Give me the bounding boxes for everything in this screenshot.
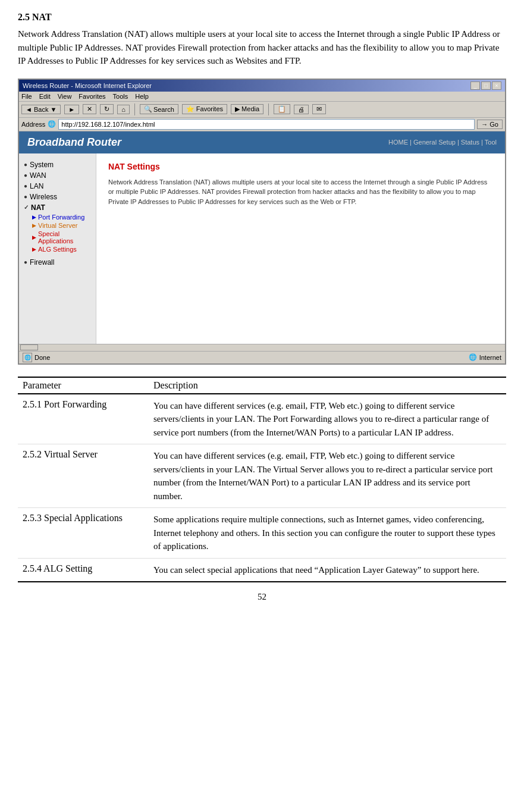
param-cell-0: 2.5.1 Port Forwarding: [18, 394, 149, 444]
browser-titlebar: Wireless Router - Microsoft Internet Exp…: [19, 80, 505, 92]
wireless-bullet: ●: [24, 193, 27, 200]
lan-bullet: ●: [24, 183, 27, 189]
sidebar-item-label-lan: LAN: [30, 182, 43, 190]
page-footer: 52: [18, 592, 506, 602]
sidebar-item-label-port-forwarding: Port Forwarding: [38, 214, 84, 221]
minimize-button[interactable]: _: [470, 81, 480, 90]
toolbar-separator1: [134, 104, 135, 115]
menu-help[interactable]: Help: [135, 93, 149, 100]
browser-window: Wireless Router - Microsoft Internet Exp…: [18, 79, 506, 365]
section-title: 2.5 NAT: [18, 12, 506, 23]
menu-tools[interactable]: Tools: [113, 93, 128, 100]
virtual-server-arrow-icon: ▶: [32, 222, 36, 228]
menu-view[interactable]: View: [58, 93, 72, 100]
router-title: Broadband Router: [27, 136, 121, 149]
address-input[interactable]: [58, 119, 475, 130]
history-button[interactable]: 📋: [274, 104, 290, 114]
sidebar-item-wireless[interactable]: ● Wireless: [19, 192, 96, 202]
param-cell-3: 2.5.4 ALG Setting: [18, 558, 149, 582]
intro-text: Network Address Translation (NAT) allows…: [18, 27, 506, 68]
sidebar-item-label-alg-settings: ALG Settings: [38, 246, 77, 253]
sidebar-item-lan[interactable]: ● LAN: [19, 181, 96, 192]
router-sidebar: ● System ● WAN ● LAN ● Wireless ✓ NAT: [19, 153, 96, 344]
back-button[interactable]: ◄ Back ▼: [21, 105, 61, 114]
table-row: 2.5.2 Virtual ServerYou can have differe…: [18, 444, 506, 508]
col1-header: Parameter: [18, 377, 149, 394]
go-label: Go: [490, 121, 498, 128]
sidebar-item-firewall[interactable]: ● Firewall: [19, 257, 96, 268]
system-bullet: ●: [24, 161, 27, 168]
favorites-button[interactable]: ⭐ Favorites: [182, 104, 227, 114]
menu-favorites[interactable]: Favorites: [79, 93, 105, 100]
search-button[interactable]: 🔍 Search: [140, 104, 178, 114]
internet-zone-icon: 🌐: [469, 353, 477, 361]
sidebar-item-virtual-server[interactable]: ▶ Virtual Server: [30, 221, 96, 230]
desc-cell-3: You can select special applications that…: [149, 558, 506, 582]
special-apps-arrow-icon: ▶: [32, 234, 36, 240]
desc-cell-0: You can have different services (e.g. em…: [149, 394, 506, 444]
status-text: Done: [34, 354, 50, 361]
address-label: Address: [21, 121, 45, 128]
param-cell-2: 2.5.3 Special Applications: [18, 508, 149, 559]
desc-cell-2: Some applications require multiple conne…: [149, 508, 506, 559]
status-left: 🌐 Done: [23, 353, 50, 362]
sidebar-item-label-wan: WAN: [30, 171, 46, 180]
address-bar: Address 🌐 → Go: [19, 118, 505, 131]
sidebar-sub-items: ▶ Port Forwarding ▶ Virtual Server ▶ Spe…: [19, 213, 96, 253]
sidebar-item-label-system: System: [30, 161, 54, 169]
sidebar-item-special-apps[interactable]: ▶ Special Applications: [30, 230, 96, 245]
sidebar-item-label-virtual-server: Virtual Server: [38, 222, 77, 229]
sidebar-item-system[interactable]: ● System: [19, 159, 96, 170]
router-nav-links: HOME | General Setup | Status | Tool: [388, 139, 497, 146]
sidebar-item-port-forwarding[interactable]: ▶ Port Forwarding: [30, 213, 96, 221]
search-label: Search: [153, 106, 174, 113]
titlebar-buttons: _ □ ×: [470, 81, 501, 90]
page-icon: 🌐: [48, 120, 56, 128]
router-header: Broadband Router HOME | General Setup | …: [19, 131, 505, 153]
firewall-bullet: ●: [24, 259, 27, 265]
sidebar-item-label-special-apps: Special Applications: [38, 230, 93, 244]
scroll-thumb[interactable]: [20, 344, 38, 350]
internet-zone-text: Internet: [479, 354, 501, 361]
stop-button[interactable]: ✕: [83, 104, 96, 114]
menu-file[interactable]: File: [21, 93, 32, 100]
router-main: NAT Settings Network Address Translation…: [96, 153, 505, 344]
alg-settings-arrow-icon: ▶: [32, 246, 36, 252]
media-button[interactable]: ▶ Media: [231, 104, 263, 114]
status-right: 🌐 Internet: [469, 353, 501, 361]
maximize-button[interactable]: □: [481, 81, 491, 90]
forward-button[interactable]: ►: [64, 105, 79, 114]
refresh-button[interactable]: ↻: [100, 104, 114, 114]
table-row: 2.5.1 Port ForwardingYou can have differ…: [18, 394, 506, 444]
nat-description: Network Address Translation (NAT) allows…: [108, 177, 493, 207]
status-icon: 🌐: [23, 353, 32, 362]
desc-cell-1: You can have different services (e.g. em…: [149, 444, 506, 508]
sidebar-item-label-wireless: Wireless: [30, 193, 57, 201]
scrollbar-area[interactable]: [19, 344, 505, 351]
go-arrow-icon: →: [481, 121, 488, 128]
port-forwarding-arrow-icon: ▶: [32, 214, 36, 220]
toolbar-separator2: [268, 104, 269, 115]
col2-header: Description: [149, 377, 506, 394]
sidebar-item-label-firewall: Firewall: [30, 258, 54, 267]
sidebar-item-label-nat: NAT: [31, 203, 45, 212]
go-button[interactable]: → Go: [477, 120, 503, 129]
sidebar-item-wan[interactable]: ● WAN: [19, 170, 96, 181]
wan-bullet: ●: [24, 172, 27, 178]
print-button[interactable]: 🖨: [294, 105, 309, 114]
browser-toolbar: ◄ Back ▼ ► ✕ ↻ ⌂ 🔍 Search ⭐ Favorites ▶ …: [19, 102, 505, 118]
mail-button[interactable]: ✉: [312, 104, 326, 114]
search-icon: 🔍: [144, 105, 152, 113]
nat-bullet: ✓: [24, 204, 29, 211]
menu-edit[interactable]: Edit: [39, 93, 51, 100]
table-row: 2.5.3 Special ApplicationsSome applicati…: [18, 508, 506, 559]
router-content: Broadband Router HOME | General Setup | …: [19, 131, 505, 351]
param-table: Parameter Description 2.5.1 Port Forward…: [18, 377, 506, 583]
sidebar-item-nat[interactable]: ✓ NAT: [19, 202, 96, 213]
close-button[interactable]: ×: [492, 81, 501, 90]
sidebar-item-alg-settings[interactable]: ▶ ALG Settings: [30, 245, 96, 253]
browser-statusbar: 🌐 Done 🌐 Internet: [19, 351, 505, 363]
browser-menubar: File Edit View Favorites Tools Help: [19, 92, 505, 102]
home-button[interactable]: ⌂: [117, 105, 130, 114]
router-body: ● System ● WAN ● LAN ● Wireless ✓ NAT: [19, 153, 505, 344]
